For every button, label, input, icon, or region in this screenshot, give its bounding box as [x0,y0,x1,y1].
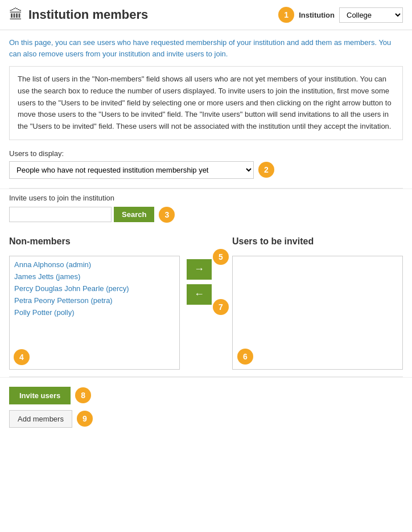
invited-column: Users to be invited 6 [232,236,403,370]
list-item[interactable]: Anna Alphonso (admin) [12,259,177,271]
institution-select[interactable]: College University School [339,7,403,23]
institution-icon: 🏛 [9,7,23,23]
users-display-select[interactable]: People who have not requested institutio… [9,161,254,179]
list-item[interactable]: James Jetts (james) [12,271,177,283]
non-members-list[interactable]: Anna Alphonso (admin) James Jetts (james… [9,256,180,370]
move-right-button[interactable]: → [187,259,212,280]
description-box: The list of users in the "Non-members" f… [9,66,403,140]
invite-btn-row: Invite users 8 [9,387,403,404]
members-area: Non-members Anna Alphonso (admin) James … [0,230,412,377]
move-left-button[interactable]: ← [187,284,212,305]
invite-users-button[interactable]: Invite users [9,387,71,404]
search-button[interactable]: Search [114,207,154,222]
list-item[interactable]: Petra Peony Petterson (petra) [12,294,177,306]
non-members-title: Non-members [9,236,71,247]
info-text: On this page, you can see users who have… [0,30,412,66]
badge-2: 2 [258,162,274,178]
header-title-area: 🏛 Institution members [9,7,278,23]
bottom-section: Invite users 8 Add members 9 [0,377,412,437]
add-members-button[interactable]: Add members [9,410,72,428]
list-item[interactable]: Percy Douglas John Pearle (percy) [12,283,177,294]
badge-3: 3 [159,207,175,223]
page-header: 🏛 Institution members 1 Institution Coll… [0,0,412,30]
badge-6: 6 [237,349,253,365]
arrow-area: → 5 ← 7 [180,259,219,305]
select-row: People who have not requested institutio… [9,161,403,179]
add-btn-row: Add members 9 [9,410,403,428]
invited-list[interactable]: 6 [232,256,403,370]
invite-section: Invite users to join the institution Sea… [0,189,412,230]
list-item[interactable]: Polly Potter (polly) [12,306,177,318]
institution-label: Institution [299,11,335,19]
non-members-column: Non-members Anna Alphonso (admin) James … [9,236,180,370]
badge-1: 1 [278,7,294,23]
badge-4: 4 [14,349,30,365]
badge-5: 5 [213,249,229,265]
users-display-section: Users to display: People who have not re… [0,149,412,188]
search-row: Search 3 [9,207,403,223]
users-display-label: Users to display: [9,149,403,158]
search-input[interactable] [9,207,112,222]
invited-title: Users to be invited [232,236,314,247]
badge-7: 7 [213,299,229,315]
badge-9: 9 [77,411,93,427]
header-right: 1 Institution College University School [278,7,403,23]
page-title: Institution members [28,7,148,22]
invite-section-title: Invite users to join the institution [9,194,403,202]
badge-8: 8 [75,387,91,403]
